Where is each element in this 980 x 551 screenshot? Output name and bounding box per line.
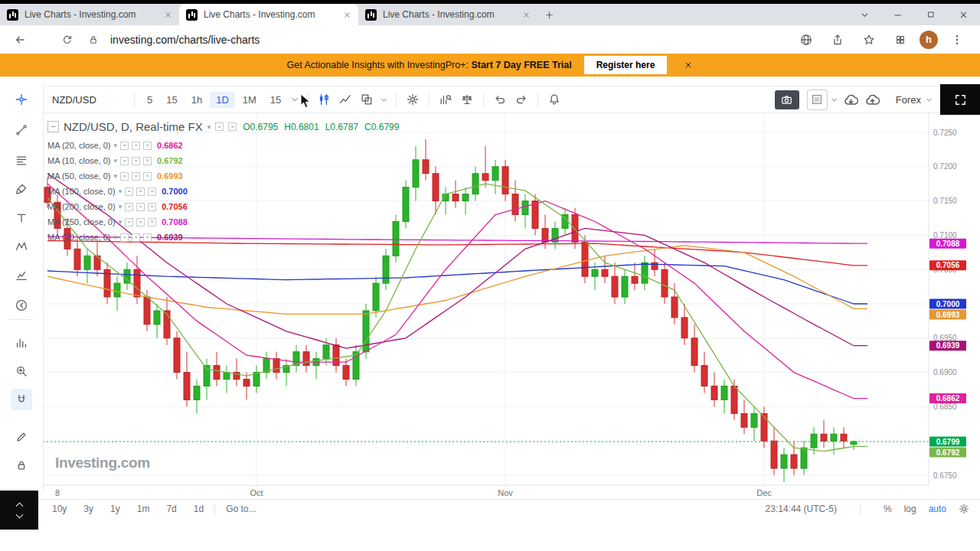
close-icon[interactable]: × bbox=[148, 218, 156, 227]
settings-icon[interactable]: • bbox=[132, 142, 140, 150]
eye-icon[interactable]: • bbox=[120, 172, 129, 181]
translate-icon[interactable] bbox=[794, 28, 818, 51]
lock-icon[interactable] bbox=[14, 458, 29, 473]
style-chevron-down-icon[interactable] bbox=[380, 96, 388, 104]
gear-icon[interactable] bbox=[959, 504, 969, 514]
bar-pattern-icon[interactable] bbox=[14, 335, 29, 350]
redo-icon[interactable] bbox=[511, 90, 532, 109]
chevron-down-icon[interactable]: ▾ bbox=[119, 218, 122, 226]
extensions-icon[interactable] bbox=[888, 28, 913, 51]
eye-icon[interactable]: • bbox=[125, 187, 133, 196]
close-icon[interactable]: × bbox=[143, 142, 152, 150]
interval-1D-button[interactable]: 1D bbox=[210, 92, 235, 108]
browser-tab-2-active[interactable]: Live Charts - Investing.com bbox=[179, 4, 358, 25]
close-window-icon[interactable] bbox=[947, 4, 980, 25]
candles-style-icon[interactable] bbox=[313, 90, 335, 109]
undo-icon[interactable] bbox=[489, 90, 511, 109]
range-7d-button[interactable]: 7d bbox=[166, 504, 176, 514]
scroll-down-icon[interactable] bbox=[14, 510, 25, 522]
range-3y-button[interactable]: 3y bbox=[83, 504, 93, 514]
refresh-icon[interactable] bbox=[55, 28, 80, 51]
eye-icon[interactable]: • bbox=[125, 218, 133, 227]
settings-icon[interactable]: • bbox=[132, 233, 140, 242]
eye-icon[interactable]: • bbox=[120, 157, 129, 165]
layout-icon[interactable] bbox=[807, 90, 828, 110]
browser-tab-3[interactable]: Live Charts - Investing.com bbox=[358, 4, 537, 25]
collapse-icon[interactable]: – bbox=[47, 121, 59, 132]
crosshair-icon[interactable] bbox=[14, 92, 29, 107]
clock-label[interactable]: 23:14:44 (UTC-5) bbox=[766, 504, 837, 514]
eye-icon[interactable]: • bbox=[120, 142, 129, 150]
new-tab-plus-icon[interactable] bbox=[537, 4, 560, 25]
magnet-icon[interactable] bbox=[11, 389, 32, 410]
range-1d-button[interactable]: 1d bbox=[194, 504, 204, 514]
range-10y-button[interactable]: 10y bbox=[52, 504, 67, 514]
line-style-icon[interactable] bbox=[335, 90, 356, 109]
eye-icon[interactable]: • bbox=[125, 203, 133, 211]
settings-icon[interactable]: • bbox=[136, 203, 145, 211]
chevron-down-icon[interactable] bbox=[848, 4, 881, 25]
close-icon[interactable] bbox=[343, 11, 351, 19]
chevron-down-icon[interactable]: ▾ bbox=[119, 203, 122, 210]
close-icon[interactable]: × bbox=[143, 233, 152, 242]
hide-panel-icon[interactable] bbox=[14, 298, 29, 313]
chevron-down-icon[interactable]: ▾ bbox=[114, 233, 118, 241]
scroll-up-icon[interactable] bbox=[14, 499, 25, 510]
indicators-icon[interactable] bbox=[435, 90, 456, 109]
forecast-icon[interactable] bbox=[14, 268, 29, 283]
settings-icon[interactable]: • bbox=[136, 187, 145, 196]
auto-scale-button[interactable]: auto bbox=[929, 504, 946, 514]
camera-icon[interactable] bbox=[775, 90, 799, 109]
gear-icon[interactable] bbox=[402, 90, 423, 109]
close-icon[interactable] bbox=[684, 60, 693, 70]
share-icon[interactable] bbox=[825, 28, 850, 51]
pencil-icon[interactable] bbox=[14, 429, 29, 445]
eye-icon[interactable]: • bbox=[215, 122, 224, 131]
chevron-down-icon[interactable]: ▾ bbox=[119, 187, 122, 195]
cloud-download-icon[interactable] bbox=[841, 90, 862, 109]
fib-icon[interactable] bbox=[14, 153, 29, 168]
lock-icon[interactable] bbox=[81, 28, 106, 51]
interval-15-button[interactable]: 15 bbox=[160, 92, 183, 108]
chevron-down-icon[interactable]: ▾ bbox=[207, 123, 211, 131]
layout-chevron-down-icon[interactable] bbox=[830, 96, 838, 104]
trend-line-icon[interactable] bbox=[14, 122, 29, 138]
chevron-down-icon[interactable]: ▾ bbox=[114, 157, 118, 165]
xabcd-pattern-icon[interactable] bbox=[14, 239, 29, 254]
close-icon[interactable] bbox=[522, 11, 531, 19]
close-icon[interactable]: × bbox=[143, 157, 152, 165]
interval-5-button[interactable]: 5 bbox=[141, 92, 158, 108]
back-icon[interactable] bbox=[8, 28, 32, 51]
interval-chevron-down-icon[interactable] bbox=[290, 95, 299, 104]
interval-1M-button[interactable]: 1M bbox=[237, 92, 263, 108]
bell-icon[interactable] bbox=[544, 90, 565, 109]
log-scale-button[interactable]: log bbox=[904, 504, 916, 514]
text-tool-icon[interactable] bbox=[14, 210, 29, 226]
overlay-style-icon[interactable] bbox=[356, 90, 377, 109]
category-chevron-down-icon[interactable] bbox=[925, 96, 933, 104]
symbol-input[interactable]: NZD/USD bbox=[47, 94, 129, 106]
close-icon[interactable]: × bbox=[148, 187, 156, 196]
chevron-down-icon[interactable]: ▾ bbox=[114, 142, 118, 149]
settings-icon[interactable]: • bbox=[136, 218, 145, 227]
range-1m-button[interactable]: 1m bbox=[137, 504, 150, 514]
minimize-icon[interactable] bbox=[881, 4, 914, 25]
brush-icon[interactable] bbox=[14, 181, 29, 197]
close-icon[interactable] bbox=[164, 11, 172, 19]
settings-icon[interactable]: • bbox=[132, 157, 140, 165]
zoom-in-icon[interactable] bbox=[14, 364, 29, 379]
maximize-icon[interactable] bbox=[914, 4, 947, 25]
settings-icon[interactable]: • bbox=[132, 172, 140, 181]
fullscreen-icon[interactable] bbox=[954, 93, 967, 106]
register-button[interactable]: Register here bbox=[584, 56, 668, 74]
chevron-down-icon[interactable]: ▾ bbox=[114, 172, 118, 180]
percent-scale-button[interactable]: % bbox=[884, 504, 892, 514]
star-icon[interactable] bbox=[857, 28, 881, 51]
fullscreen-corner[interactable] bbox=[940, 84, 980, 115]
close-icon[interactable]: × bbox=[148, 203, 156, 211]
interval-1h-button[interactable]: 1h bbox=[185, 92, 208, 108]
url-text[interactable]: investing.com/charts/live-charts bbox=[110, 34, 792, 46]
close-icon[interactable]: × bbox=[143, 172, 152, 181]
interval-15-button[interactable]: 15 bbox=[264, 92, 287, 108]
category-label[interactable]: Forex bbox=[896, 94, 921, 106]
